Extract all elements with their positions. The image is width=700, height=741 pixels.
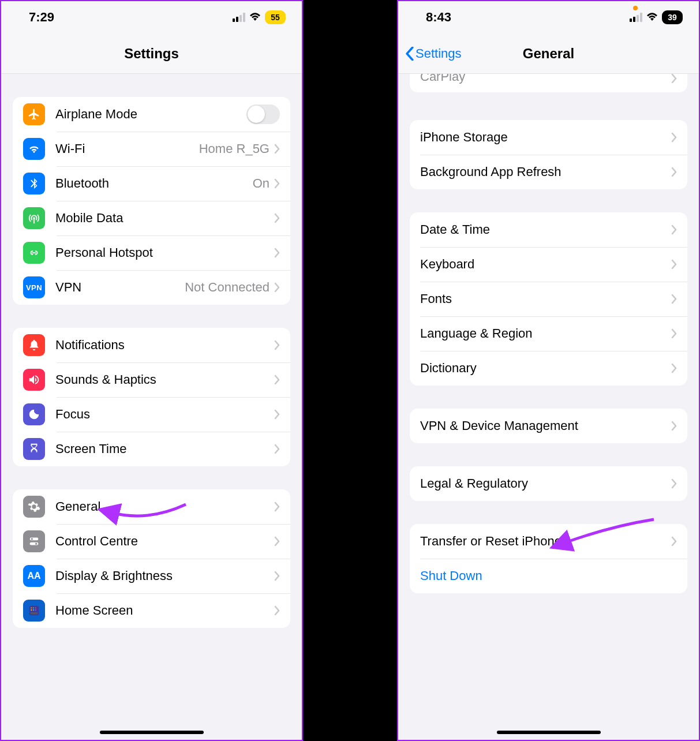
- row-mobile-data[interactable]: Mobile Data: [13, 201, 290, 235]
- wifi-icon: [646, 13, 658, 22]
- row-date-time[interactable]: Date & Time: [410, 212, 687, 247]
- row-iphone-storage[interactable]: iPhone Storage: [410, 120, 687, 155]
- nav-header: Settings: [1, 33, 302, 74]
- chevron-right-icon: [274, 340, 280, 350]
- left-phone-settings: 7:29 55 Settings Airplane Mode: [0, 0, 303, 741]
- chevron-left-icon: [405, 47, 414, 61]
- status-indicators: 39: [630, 10, 683, 24]
- row-language-region[interactable]: Language & Region: [410, 316, 687, 351]
- svg-point-6: [33, 607, 34, 608]
- chevron-right-icon: [274, 502, 280, 511]
- chevron-right-icon: [274, 410, 280, 419]
- row-vpn[interactable]: VPN VPN Not Connected: [13, 270, 290, 305]
- row-legal-regulatory[interactable]: Legal & Regulatory: [410, 466, 687, 501]
- row-keyboard[interactable]: Keyboard: [410, 247, 687, 282]
- status-bar: 7:29 55: [1, 1, 302, 33]
- row-label: Focus: [55, 407, 274, 422]
- row-label: Notifications: [55, 338, 274, 353]
- row-label: Keyboard: [420, 257, 671, 272]
- row-personal-hotspot[interactable]: Personal Hotspot: [13, 235, 290, 270]
- settings-content[interactable]: Airplane Mode Wi-Fi Home R_5G Bluetooth …: [1, 74, 302, 740]
- chevron-right-icon: [274, 248, 280, 257]
- chevron-right-icon: [274, 283, 280, 292]
- chevron-right-icon: [671, 133, 677, 142]
- row-label: Shut Down: [420, 568, 677, 583]
- nav-header: Settings General: [398, 33, 699, 74]
- bluetooth-icon: [23, 173, 45, 194]
- row-label: Date & Time: [420, 222, 671, 237]
- chevron-right-icon: [671, 167, 677, 177]
- row-fonts[interactable]: Fonts: [410, 282, 687, 316]
- row-label: CarPlay: [420, 74, 671, 84]
- chevron-right-icon: [671, 364, 677, 373]
- gear-icon: [23, 496, 45, 518]
- row-general[interactable]: General: [13, 489, 290, 524]
- row-label: Sounds & Haptics: [55, 372, 274, 387]
- cellular-signal-icon: [630, 13, 642, 22]
- general-section-reset: Transfer or Reset iPhone Shut Down: [410, 524, 687, 593]
- settings-section-connectivity: Airplane Mode Wi-Fi Home R_5G Bluetooth …: [13, 97, 290, 305]
- row-background-app-refresh[interactable]: Background App Refresh: [410, 155, 687, 189]
- svg-point-3: [35, 542, 37, 544]
- row-label: Language & Region: [420, 326, 671, 341]
- chevron-right-icon: [274, 606, 280, 615]
- row-dictionary[interactable]: Dictionary: [410, 351, 687, 386]
- row-home-screen[interactable]: Home Screen: [13, 593, 290, 628]
- home-indicator[interactable]: [100, 731, 204, 734]
- row-label: Personal Hotspot: [55, 245, 274, 260]
- row-label: VPN: [55, 280, 185, 295]
- row-label: iPhone Storage: [420, 130, 671, 145]
- hotspot-icon: [23, 242, 45, 264]
- sliders-icon: [23, 530, 45, 552]
- general-section-vpn: VPN & Device Management: [410, 409, 687, 443]
- text-size-icon: AA: [23, 565, 45, 587]
- chevron-right-icon: [671, 260, 677, 269]
- home-indicator[interactable]: [497, 731, 601, 734]
- privacy-dot-icon: [633, 6, 638, 10]
- general-section-localization: Date & Time Keyboard Fonts Language & Re…: [410, 212, 687, 386]
- row-label: Display & Brightness: [55, 568, 274, 583]
- back-button[interactable]: Settings: [405, 46, 462, 61]
- row-label: Background App Refresh: [420, 164, 671, 179]
- back-label: Settings: [415, 46, 462, 61]
- row-transfer-reset-iphone[interactable]: Transfer or Reset iPhone: [410, 524, 687, 559]
- vpn-icon: VPN: [23, 276, 45, 298]
- cellular-signal-icon: [233, 13, 245, 22]
- chevron-right-icon: [671, 421, 677, 431]
- row-sounds-haptics[interactable]: Sounds & Haptics: [13, 362, 290, 397]
- page-title: Settings: [124, 46, 179, 62]
- page-title: General: [523, 46, 574, 62]
- svg-point-9: [31, 609, 32, 611]
- home-screen-grid-icon: [23, 600, 45, 622]
- row-wifi[interactable]: Wi-Fi Home R_5G: [13, 132, 290, 166]
- row-airplane-mode[interactable]: Airplane Mode: [13, 97, 290, 132]
- row-label: Mobile Data: [55, 211, 274, 226]
- chevron-right-icon: [671, 537, 677, 546]
- status-indicators: 55: [233, 10, 286, 24]
- antenna-icon: [23, 207, 45, 229]
- row-value: Home R_5G: [199, 141, 269, 156]
- row-shut-down[interactable]: Shut Down: [410, 559, 687, 593]
- row-bluetooth[interactable]: Bluetooth On: [13, 166, 290, 201]
- chevron-right-icon: [274, 444, 280, 454]
- row-vpn-device-management[interactable]: VPN & Device Management: [410, 409, 687, 443]
- airplane-toggle[interactable]: [246, 104, 280, 124]
- hourglass-icon: [23, 438, 45, 460]
- row-screen-time[interactable]: Screen Time: [13, 432, 290, 466]
- row-label: Dictionary: [420, 361, 671, 376]
- general-content[interactable]: CarPlay iPhone Storage Background App Re…: [398, 74, 699, 740]
- settings-section-notifications: Notifications Sounds & Haptics Focus: [13, 328, 290, 466]
- row-label: Fonts: [420, 291, 671, 306]
- row-carplay-partial[interactable]: CarPlay: [410, 74, 687, 92]
- row-label: Screen Time: [55, 441, 274, 456]
- svg-point-11: [35, 609, 36, 611]
- row-value: On: [253, 176, 269, 191]
- divider: [303, 0, 397, 741]
- row-display-brightness[interactable]: AA Display & Brightness: [13, 559, 290, 593]
- row-notifications[interactable]: Notifications: [13, 328, 290, 362]
- row-control-centre[interactable]: Control Centre: [13, 524, 290, 559]
- row-label: Bluetooth: [55, 176, 253, 191]
- row-label: Wi-Fi: [55, 141, 199, 156]
- row-focus[interactable]: Focus: [13, 397, 290, 432]
- chevron-right-icon: [274, 179, 280, 188]
